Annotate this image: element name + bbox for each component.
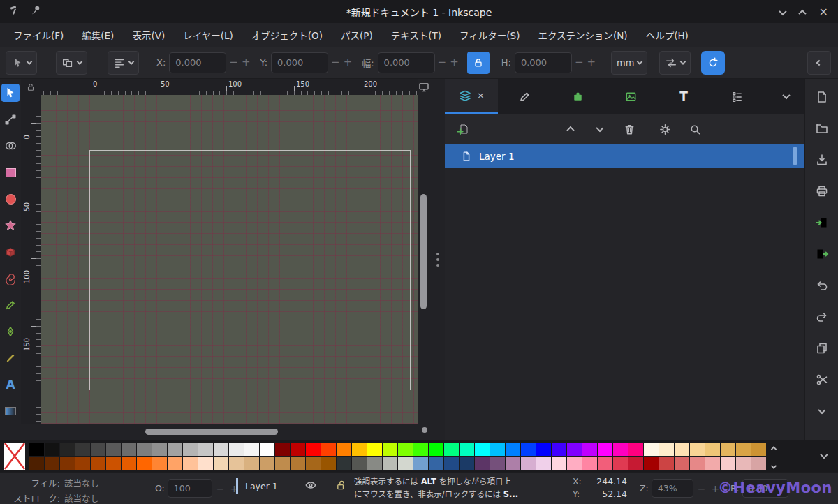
palette-swatch[interactable] (29, 443, 44, 456)
ellipse-tool[interactable] (1, 190, 20, 208)
palette-swatch[interactable] (291, 457, 305, 470)
palette-swatch[interactable] (552, 443, 566, 456)
palette-swatch[interactable] (521, 443, 536, 456)
palette-swatch[interactable] (644, 443, 659, 456)
palette-swatch[interactable] (598, 457, 612, 470)
palette-swatch[interactable] (460, 457, 474, 470)
palette-swatch[interactable] (168, 457, 182, 470)
statusbar-layer-name[interactable]: Layer 1 (245, 481, 278, 491)
height-plus-button[interactable]: + (587, 57, 597, 68)
opacity-input[interactable]: 100 (168, 479, 212, 498)
palette-swatch[interactable] (244, 443, 259, 456)
vertical-ruler[interactable]: 050100150 (21, 95, 41, 424)
y-minus-button[interactable]: − (330, 57, 341, 68)
delete-layer-button[interactable] (621, 121, 638, 138)
canvas[interactable] (41, 95, 418, 424)
menu-item[interactable]: ヘルプ(H) (637, 25, 698, 45)
palette-swatch[interactable] (506, 443, 520, 456)
toolbar-collapse-button[interactable] (807, 51, 831, 75)
palette-menu-button[interactable] (821, 453, 827, 459)
palette-swatch[interactable] (383, 457, 397, 470)
menu-item[interactable]: 表示(V) (123, 25, 174, 45)
vertical-scrollbar[interactable] (418, 95, 430, 424)
tab-close-icon[interactable]: × (477, 91, 485, 100)
width-plus-button[interactable]: + (449, 57, 460, 68)
palette-swatch[interactable] (705, 457, 720, 470)
palette-swatch[interactable] (536, 457, 551, 470)
palette-swatch[interactable] (721, 457, 735, 470)
layer-list-item[interactable]: Layer 1 (445, 144, 804, 168)
tab-extensions[interactable] (551, 79, 604, 114)
palette-swatch[interactable] (644, 457, 659, 470)
no-color-swatch[interactable] (4, 443, 25, 470)
palette-swatch[interactable] (152, 457, 167, 470)
palette-swatch[interactable] (337, 457, 351, 470)
fill-stroke-indicator[interactable]: フィル: 該当なし ストローク: 該当なし (6, 476, 99, 504)
palette-swatch[interactable] (582, 457, 597, 470)
palette-swatch[interactable] (45, 443, 59, 456)
palette-swatch[interactable] (444, 457, 459, 470)
palette-swatch[interactable] (291, 443, 305, 456)
node-tool[interactable] (1, 110, 20, 128)
palette-swatch[interactable] (45, 457, 59, 470)
zoom-minus-button[interactable]: − (696, 483, 707, 494)
unit-dropdown[interactable]: mm (611, 51, 647, 75)
dock-splitter-handle[interactable] (430, 79, 445, 440)
palette-scroll-down-icon[interactable] (772, 459, 776, 472)
palette-swatch[interactable] (659, 443, 674, 456)
y-input[interactable]: 0.000 (271, 52, 328, 73)
palette-swatch[interactable] (198, 443, 213, 456)
selector-tool[interactable] (1, 84, 20, 102)
palette-swatch[interactable] (413, 443, 428, 456)
palette-swatch[interactable] (429, 443, 443, 456)
palette-swatch[interactable] (736, 443, 751, 456)
star-tool[interactable] (1, 216, 20, 235)
palette-swatch[interactable] (475, 457, 490, 470)
palette-swatch[interactable] (444, 443, 459, 456)
pencil-tool[interactable] (1, 296, 20, 314)
palette-swatch[interactable] (183, 457, 198, 470)
spiral-tool[interactable] (1, 269, 20, 288)
palette-swatch[interactable] (413, 457, 428, 470)
tab-fill-stroke[interactable] (498, 79, 551, 114)
palette-swatch[interactable] (567, 443, 582, 456)
palette-swatch[interactable] (244, 457, 259, 470)
palette-swatch[interactable] (751, 457, 766, 470)
horizontal-scrollbar-thumb[interactable] (145, 429, 278, 435)
palette-swatch[interactable] (60, 457, 75, 470)
palette-swatch[interactable] (490, 443, 505, 456)
horizontal-scrollbar[interactable] (41, 424, 418, 440)
tab-objects[interactable] (710, 79, 763, 114)
import-button[interactable] (814, 214, 830, 231)
palette-swatch[interactable] (106, 443, 121, 456)
layer-name[interactable]: Layer 1 (479, 151, 515, 162)
palette-swatch[interactable] (152, 443, 167, 456)
menu-item[interactable]: 編集(E) (73, 25, 123, 45)
gradient-tool[interactable] (1, 402, 20, 420)
palette-swatch[interactable] (490, 457, 505, 470)
palette-swatch[interactable] (198, 457, 213, 470)
menu-item[interactable]: レイヤー(L) (174, 25, 242, 45)
palette-swatch[interactable] (521, 457, 536, 470)
layer-settings-button[interactable] (656, 121, 673, 138)
text-tool[interactable]: A (1, 376, 20, 394)
export-button[interactable] (814, 246, 830, 262)
x-plus-button[interactable]: + (241, 57, 251, 68)
search-layers-button[interactable] (686, 121, 703, 138)
palette-swatch[interactable] (383, 443, 397, 456)
calligraphy-tool[interactable] (1, 349, 20, 367)
palette-swatch[interactable] (106, 457, 121, 470)
menu-item[interactable]: ファイル(F) (4, 25, 73, 45)
palette-swatch[interactable] (613, 443, 628, 456)
tab-export[interactable] (604, 79, 657, 114)
dock-tab-menu-button[interactable] (784, 79, 804, 114)
palette-swatch[interactable] (398, 457, 413, 470)
selection-mode-dropdown[interactable] (56, 51, 87, 75)
palette-swatch[interactable] (137, 443, 152, 456)
height-minus-button[interactable]: − (574, 57, 585, 68)
palette-swatch[interactable] (475, 443, 490, 456)
box-3d-tool[interactable] (1, 243, 20, 261)
palette-swatch[interactable] (598, 443, 612, 456)
palette-scroll-up-icon[interactable] (772, 440, 776, 453)
palette-swatch[interactable] (275, 443, 290, 456)
